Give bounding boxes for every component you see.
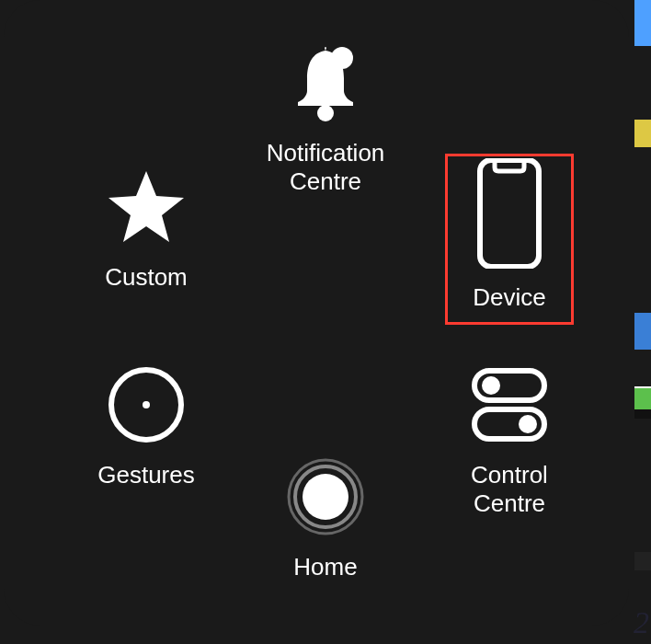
svg-point-11 — [303, 474, 348, 520]
home-label: Home — [293, 553, 357, 581]
bell-icon — [289, 41, 362, 124]
background-stripe — [634, 552, 651, 570]
device-button[interactable]: Device — [427, 158, 592, 312]
star-icon — [105, 166, 188, 248]
home-button-icon — [284, 455, 367, 538]
gestures-button[interactable]: Gestures — [63, 363, 229, 489]
phone-icon — [476, 158, 542, 269]
target-circle-icon — [105, 363, 188, 446]
background-stripe — [634, 313, 651, 350]
svg-point-6 — [482, 376, 500, 395]
svg-point-0 — [331, 47, 353, 69]
corner-digit: 2 — [634, 605, 649, 640]
background-stripe — [634, 409, 651, 419]
notification-centre-button[interactable]: Notification Centre — [224, 41, 427, 196]
gestures-label: Gestures — [97, 461, 195, 489]
control-centre-button[interactable]: Control Centre — [422, 363, 597, 518]
custom-button[interactable]: Custom — [63, 166, 229, 292]
svg-rect-2 — [480, 160, 539, 267]
custom-label: Custom — [105, 263, 188, 292]
toggles-icon — [463, 363, 555, 446]
background-stripe — [634, 0, 651, 46]
svg-point-8 — [519, 415, 537, 433]
device-label: Device — [473, 283, 545, 312]
svg-point-4 — [143, 401, 150, 408]
assistive-touch-panel: Notification Centre Custom Device Gestur… — [4, 0, 629, 626]
background-stripe — [634, 120, 651, 147]
svg-point-1 — [317, 105, 334, 121]
notification-centre-label: Notification Centre — [267, 139, 385, 196]
background-stripe — [634, 386, 651, 409]
control-centre-label: Control Centre — [471, 461, 548, 518]
home-button[interactable]: Home — [243, 455, 408, 581]
